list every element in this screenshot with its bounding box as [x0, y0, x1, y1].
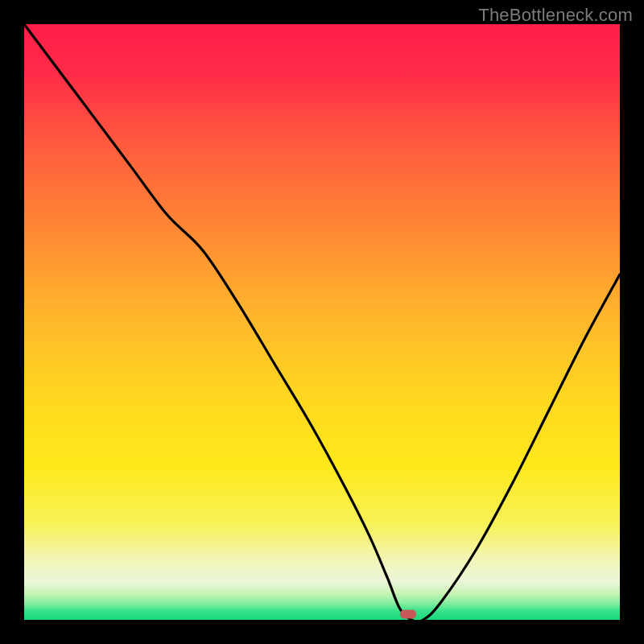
svg-rect-0 [24, 24, 620, 620]
background-gradient [24, 24, 620, 620]
chart-frame: TheBottleneck.com [0, 0, 644, 644]
watermark-text: TheBottleneck.com [478, 5, 633, 26]
plot-area [24, 24, 620, 620]
